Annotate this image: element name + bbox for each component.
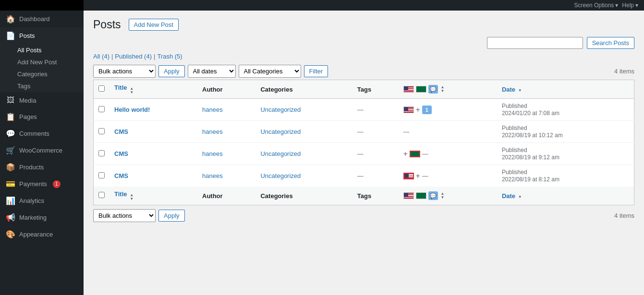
sidebar-item-label: Products xyxy=(19,164,44,171)
filter-all-link[interactable]: All (4) xyxy=(93,53,109,60)
pages-icon: 📋 xyxy=(6,112,15,121)
add-flag-button[interactable]: + xyxy=(403,150,408,158)
search-posts-input[interactable] xyxy=(487,37,583,49)
post-tags-cell: — xyxy=(352,143,399,165)
filter-trash-link[interactable]: Trash (5) xyxy=(157,53,182,60)
add-flag-button[interactable]: + xyxy=(416,172,420,180)
post-title-cell: CMS xyxy=(109,121,197,143)
add-new-post-button[interactable]: Add New Post xyxy=(129,19,179,31)
sidebar-item-pages[interactable]: 📋 Pages xyxy=(0,108,84,125)
sidebar-item-label: Payments xyxy=(19,180,47,188)
category-link[interactable]: Uncategorized xyxy=(260,150,301,157)
post-title-link[interactable]: CMS xyxy=(114,172,128,179)
author-link[interactable]: hanees xyxy=(202,106,223,113)
date-column-footer: Date ▼ xyxy=(497,187,634,205)
help-button[interactable]: Help ▾ xyxy=(622,2,638,9)
sidebar-item-media[interactable]: 🖼 Media xyxy=(0,92,84,108)
title-sort-link[interactable]: Title xyxy=(114,84,127,91)
tags-column-header: Tags xyxy=(352,80,399,99)
sidebar-item-categories[interactable]: Categories xyxy=(17,68,84,80)
title-sort-link-footer[interactable]: Title xyxy=(114,190,127,198)
comment-bubble-header: 💬 xyxy=(428,85,438,94)
us-flag-icon-highlighted[interactable] xyxy=(403,173,414,179)
sidebar-item-dashboard[interactable]: 🏠 Dashboard xyxy=(0,11,84,27)
row-checkbox[interactable] xyxy=(98,128,105,134)
row-checkbox-cell xyxy=(94,121,110,143)
comment-bubble-footer: 💬 xyxy=(428,191,438,200)
post-category-cell: Uncategorized xyxy=(255,143,352,165)
post-category-cell: Uncategorized xyxy=(255,165,352,187)
products-icon: 📦 xyxy=(6,163,15,172)
date-sort-link-footer[interactable]: Date xyxy=(502,192,515,200)
sidebar-item-tags[interactable]: Tags xyxy=(17,80,84,92)
post-title-link[interactable]: Hello world! xyxy=(114,106,150,113)
payments-icon: 💳 xyxy=(6,179,15,189)
filter-button[interactable]: Filter xyxy=(304,65,328,77)
us-flag-footer-icon xyxy=(403,192,414,199)
select-all-checkbox[interactable] xyxy=(98,85,105,92)
filter-published-link[interactable]: Published (4) xyxy=(115,53,152,60)
page-title: Posts xyxy=(93,18,121,31)
green-flag-header-icon xyxy=(416,86,426,93)
post-flags-cell: + — xyxy=(399,165,497,187)
search-bar: Search Posts xyxy=(93,37,634,49)
comment-count-bubble[interactable]: 1 xyxy=(422,106,432,114)
select-all-checkbox-footer[interactable] xyxy=(98,192,105,198)
row-checkbox[interactable] xyxy=(98,172,105,178)
sidebar-item-analytics[interactable]: 📊 Analytics xyxy=(0,192,84,209)
sidebar-item-payments[interactable]: 💳 Payments 1 xyxy=(0,176,84,192)
category-link[interactable]: Uncategorized xyxy=(260,106,301,113)
sidebar-item-products[interactable]: 📦 Products xyxy=(0,159,84,176)
flags-column-footer: 💬 ▲▼ xyxy=(399,187,497,205)
table-row: CMS hanees Uncategorized — + — Published xyxy=(94,165,634,187)
us-flag-icon[interactable] xyxy=(403,106,414,113)
post-title-link[interactable]: CMS xyxy=(114,128,128,135)
sidebar-item-appearance[interactable]: 🎨 Appearance xyxy=(0,226,84,243)
post-flags-cell: — xyxy=(399,121,497,143)
apply-button-bottom[interactable]: Apply xyxy=(158,210,185,222)
page-content: Posts Add New Post Search Posts All (4) … xyxy=(84,11,644,295)
sidebar-item-add-new-post[interactable]: Add New Post xyxy=(17,56,84,68)
add-flag-button[interactable]: + xyxy=(416,106,420,114)
search-posts-button[interactable]: Search Posts xyxy=(587,37,634,49)
post-title-link[interactable]: CMS xyxy=(114,150,128,157)
green-flag-icon-highlighted[interactable] xyxy=(410,151,420,157)
row-checkbox[interactable] xyxy=(98,106,105,112)
post-title-cell: CMS xyxy=(109,143,197,165)
posts-icon: 📄 xyxy=(6,31,15,40)
author-link[interactable]: hanees xyxy=(202,128,223,135)
date-filter-select[interactable]: All dates xyxy=(188,65,236,78)
marketing-icon: 📢 xyxy=(6,213,15,222)
sidebar-item-label: Posts xyxy=(19,32,35,39)
page-header: Posts Add New Post xyxy=(93,18,634,31)
dashboard-icon: 🏠 xyxy=(6,14,15,24)
sidebar-item-woocommerce[interactable]: 🛒 WooCommerce xyxy=(0,142,84,159)
screen-options-button[interactable]: Screen Options ▾ xyxy=(574,2,619,9)
categories-column-header: Categories xyxy=(255,80,352,99)
date-sort-arrows: ▼ xyxy=(518,89,522,93)
date-sort-link[interactable]: Date xyxy=(502,86,515,93)
sidebar-item-marketing[interactable]: 📢 Marketing xyxy=(0,209,84,226)
sidebar-item-comments[interactable]: 💬 Comments xyxy=(0,125,84,142)
sidebar-item-posts[interactable]: 📄 Posts xyxy=(0,27,84,44)
select-all-header xyxy=(94,80,110,99)
sidebar-posts-section: 📄 Posts All Posts Add New Post Categorie… xyxy=(0,27,84,92)
bulk-actions-select-bottom[interactable]: Bulk actions xyxy=(93,209,156,222)
categories-filter-select[interactable]: All Categories xyxy=(239,65,301,78)
post-date-cell: Published 2022/08/19 at 9:12 am xyxy=(497,143,634,165)
sidebar: 🏠 Dashboard 📄 Posts All Posts Add New Po… xyxy=(0,0,84,295)
post-tags-cell: — xyxy=(352,99,399,121)
post-date-cell: Published 2022/08/19 at 10:12 am xyxy=(497,121,634,143)
bulk-actions-select-top[interactable]: Bulk actions xyxy=(93,65,156,78)
sidebar-item-all-posts[interactable]: All Posts xyxy=(17,44,84,56)
author-link[interactable]: hanees xyxy=(202,150,223,157)
post-flags-cell: + — xyxy=(399,143,497,165)
post-date-cell: Published 2022/08/19 at 8:12 am xyxy=(497,165,634,187)
table-header-row: Title ▲▼ Author Categories Tags 💬 ▲▼ xyxy=(94,80,634,99)
category-link[interactable]: Uncategorized xyxy=(260,172,301,179)
author-link[interactable]: hanees xyxy=(202,172,223,179)
apply-button-top[interactable]: Apply xyxy=(158,65,185,77)
filter-links: All (4) | Published (4) | Trash (5) xyxy=(93,53,634,60)
category-link[interactable]: Uncategorized xyxy=(260,128,301,135)
row-checkbox[interactable] xyxy=(98,150,105,156)
